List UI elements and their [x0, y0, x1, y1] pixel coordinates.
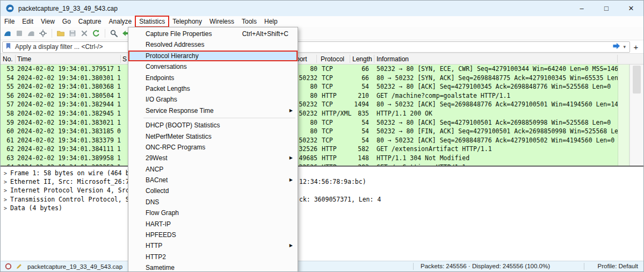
menubar-item-file[interactable]: File — [1, 16, 18, 27]
start-capture-icon[interactable] — [3, 28, 12, 38]
detail-line[interactable]: >Internet Protocol Version 4, Src: — [1, 186, 643, 195]
open-file-icon[interactable] — [56, 28, 66, 38]
packet-row[interactable]: 592024-02-02 19:34:01.383021180TCP545023… — [1, 118, 643, 127]
packet-cell-proto: TCP — [322, 136, 333, 145]
menu-item-onc-rpc-programs[interactable]: ONC-RPC Programs — [128, 142, 298, 153]
column-divider[interactable] — [374, 55, 374, 63]
menu-item-capture-file-properties[interactable]: Capture File PropertiesCtrl+Alt+Shift+C — [128, 28, 298, 39]
stop-capture-icon[interactable] — [15, 28, 24, 38]
packet-row[interactable]: 582024-02-02 19:34:01.382945150232HTTP/X… — [1, 109, 643, 118]
expert-info-icon[interactable] — [4, 262, 12, 271]
find-packet-icon[interactable] — [109, 28, 119, 38]
menu-item-endpoints[interactable]: Endpoints — [128, 73, 298, 83]
menu-item-packet-lengths[interactable]: Packet Lengths — [128, 83, 298, 94]
minimize-button[interactable]: – — [569, 1, 594, 16]
display-filter-input[interactable]: Apply a display filter ... <Ctrl-/> ▾ — [2, 41, 630, 53]
column-header-time[interactable]: Time — [17, 55, 31, 63]
packet-row[interactable]: 542024-02-02 19:34:01.380301150232TCP668… — [1, 74, 643, 83]
column-divider[interactable] — [617, 55, 618, 63]
menu-item-hpfeeds[interactable]: HPFEEDS — [128, 230, 298, 240]
menubar-item-tools[interactable]: Tools — [238, 16, 261, 27]
column-divider[interactable] — [350, 55, 350, 63]
menubar-item-analyze[interactable]: Analyze — [105, 16, 136, 27]
expand-caret-icon[interactable]: > — [4, 169, 10, 178]
column-header-no[interactable]: No. — [3, 55, 13, 63]
profile-selector[interactable]: Profile: Default — [598, 263, 638, 269]
expand-caret-icon[interactable]: > — [4, 196, 10, 204]
capture-options-icon[interactable] — [38, 28, 48, 38]
menubar-item-view[interactable]: View — [37, 16, 59, 27]
packet-cell-src: 1 — [117, 74, 121, 83]
toolbar — [1, 27, 643, 40]
save-file-icon[interactable] — [68, 28, 77, 38]
packet-cell-src: 1 — [117, 91, 121, 101]
menu-item-resolved-addresses[interactable]: Resolved Addresses — [128, 39, 298, 50]
column-divider[interactable] — [15, 55, 16, 63]
intelligent-scrollbar-minimap[interactable] — [618, 65, 629, 166]
packet-cell-no: 55 — [1, 82, 14, 91]
scrollbar-thumb[interactable] — [633, 66, 641, 94]
menu-item-hart-ip[interactable]: HART-IP — [128, 219, 298, 230]
menu-item-protocol-hierarchy[interactable]: Protocol Hierarchy — [128, 51, 298, 61]
packet-row[interactable]: 552024-02-02 19:34:01.380368180TCP545023… — [1, 82, 643, 91]
packet-cell-proto: TCP — [322, 65, 333, 74]
column-divider[interactable] — [316, 55, 317, 63]
menu-item-bacnet[interactable]: BACnet▶ — [128, 175, 298, 185]
packet-row[interactable]: 612024-02-02 19:34:01.383379150232TCP548… — [1, 136, 643, 145]
detail-line[interactable]: >Transmission Control Protocol, Srcck: 3… — [1, 195, 643, 204]
close-button[interactable]: ✕ — [619, 1, 643, 16]
packet-cell-proto: TCP — [322, 100, 333, 109]
add-filter-button-button[interactable]: + — [630, 42, 642, 52]
column-divider[interactable] — [120, 55, 121, 63]
menu-item-conversations[interactable]: Conversations — [128, 61, 298, 72]
restart-capture-icon[interactable] — [26, 28, 36, 38]
filter-dropdown-caret-icon[interactable]: ▾ — [621, 44, 627, 49]
menubar-item-wireless[interactable]: Wireless — [206, 16, 238, 27]
menu-item-flow-graph[interactable]: Flow Graph — [128, 207, 298, 218]
detail-line[interactable]: >Frame 1: 58 bytes on wire (464 bi — [1, 169, 643, 177]
menu-item-dns[interactable]: DNS — [128, 197, 298, 207]
detail-line[interactable]: >Data (4 bytes) — [1, 204, 643, 212]
detail-line[interactable]: >Ethernet II, Src: Microsoft_26:7e12:34:… — [1, 177, 643, 186]
menu-item-collectd[interactable]: Collectd — [128, 185, 298, 196]
filter-bookmark-icon[interactable] — [5, 42, 12, 52]
apply-filter-arrow-icon[interactable] — [612, 42, 620, 52]
packet-cell-src: 1 — [117, 154, 121, 163]
menubar-item-help[interactable]: Help — [261, 16, 281, 27]
menu-item-http2[interactable]: HTTP2 — [128, 252, 298, 262]
menubar-item-go[interactable]: Go — [59, 16, 75, 27]
column-header-information[interactable]: Information — [377, 55, 409, 63]
packet-row[interactable]: 532024-02-02 19:34:01.379517180TCP665023… — [1, 65, 643, 74]
menu-item-ancp[interactable]: ANCP — [128, 164, 298, 175]
menu-item-http[interactable]: HTTP▶ — [128, 240, 298, 251]
packet-cell-no: 63 — [1, 154, 14, 163]
capture-comment-icon[interactable] — [15, 262, 23, 271]
column-header-length[interactable]: Length — [352, 55, 372, 63]
menubar-item-edit[interactable]: Edit — [18, 16, 37, 27]
packet-list-scrollbar[interactable] — [629, 65, 643, 166]
menu-item-sametime[interactable]: Sametime — [128, 262, 298, 272]
close-file-icon[interactable] — [79, 28, 89, 38]
filter-bar: Apply a display filter ... <Ctrl-/> ▾ + — [1, 40, 643, 54]
menu-item-service-response-time[interactable]: Service Response Time▶ — [128, 105, 298, 116]
expand-caret-icon[interactable]: > — [4, 204, 10, 213]
menu-item-label: Service Response Time — [146, 107, 214, 114]
packet-row[interactable]: 632024-02-02 19:34:01.389958149685HTTP14… — [1, 154, 643, 163]
maximize-button[interactable]: □ — [594, 1, 619, 16]
column-header-protocol[interactable]: Protocol — [321, 55, 344, 63]
menubar-item-capture[interactable]: Capture — [75, 16, 105, 27]
packet-row[interactable]: 562024-02-02 19:34:01.380504180HTTP210GE… — [1, 91, 643, 101]
menubar-item-statistics[interactable]: Statistics — [135, 16, 169, 27]
expand-caret-icon[interactable]: > — [4, 178, 10, 187]
expand-caret-icon[interactable]: > — [4, 187, 10, 195]
menubar-item-telephony[interactable]: Telephony — [169, 16, 206, 27]
column-header-s[interactable]: S — [122, 55, 127, 63]
packet-row[interactable]: 572024-02-02 19:34:01.382944150232TCP149… — [1, 100, 643, 109]
reload-file-icon[interactable] — [91, 28, 101, 38]
packet-row[interactable]: 622024-02-02 19:34:01.384111132526HTTP58… — [1, 145, 643, 154]
packet-row[interactable]: 602024-02-02 19:34:01.383185080TCP545023… — [1, 127, 643, 136]
menu-item-i-o-graphs[interactable]: I/O Graphs — [128, 94, 298, 105]
menu-item-29west[interactable]: 29West▶ — [128, 153, 298, 163]
menu-item-dhcp-bootp-statistics[interactable]: DHCP (BOOTP) Statistics — [128, 120, 298, 131]
menu-item-netperfmeter-statistics[interactable]: NetPerfMeter Statistics — [128, 131, 298, 142]
